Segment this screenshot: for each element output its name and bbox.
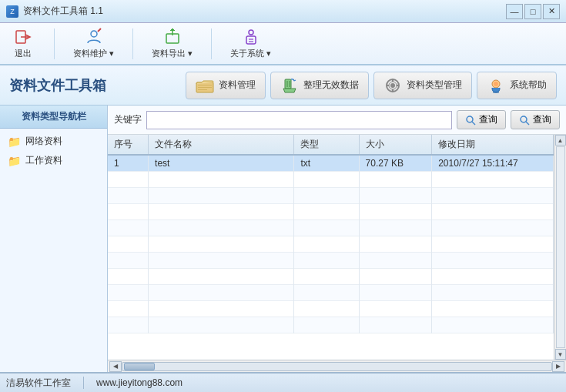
sidebar-header: 资料类型导航栏 <box>0 106 107 129</box>
svg-point-28 <box>467 116 473 122</box>
sidebar-items: 📁 网络资料 📁 工作资料 <box>0 129 107 173</box>
menu-exit[interactable]: 退出 <box>6 25 40 62</box>
col-header-name: 文件名称 <box>149 135 294 155</box>
svg-point-26 <box>494 82 498 86</box>
table-row[interactable]: 1 test txt 70.27 KB 2010/7/27 15:11:47 <box>108 155 554 172</box>
table-row-empty-9 <box>108 301 554 317</box>
search-input[interactable] <box>146 111 452 129</box>
cleanup-btn-icon <box>280 76 299 95</box>
scroll-right-arrow[interactable]: ▶ <box>552 361 564 372</box>
horizontal-scrollbar[interactable]: ◀ ▶ <box>108 360 566 372</box>
table-row-empty-5 <box>108 236 554 253</box>
menu-bar: 退出 资料维护 ▾ 资料导出 ▾ <box>0 23 566 65</box>
sidebar-item-work[interactable]: 📁 工作资料 <box>3 151 104 170</box>
about-icon <box>242 28 260 46</box>
scroll-down-arrow[interactable]: ▼ <box>555 349 566 360</box>
svg-point-19 <box>390 83 395 88</box>
svg-marker-15 <box>283 89 296 92</box>
col-header-modified: 修改日期 <box>432 135 554 155</box>
app-title: 资料文件工具箱 <box>9 76 117 95</box>
status-bar: 洁易软件工作室 www.jieyitong88.com <box>0 372 566 392</box>
svg-line-3 <box>98 28 101 32</box>
svg-point-2 <box>91 31 97 37</box>
sidebar-item-network[interactable]: 📁 网络资料 <box>3 132 104 151</box>
svg-rect-11 <box>198 85 212 85</box>
search-icon-1 <box>465 115 476 126</box>
folder-icon-network: 📁 <box>8 136 21 148</box>
table-row-empty-2 <box>108 188 554 204</box>
table-row-empty-1 <box>108 172 554 188</box>
sidebar-network-label: 网络资料 <box>25 135 62 148</box>
search-button-2[interactable]: 查询 <box>511 110 560 129</box>
scroll-track[interactable] <box>556 146 565 348</box>
types-button[interactable]: 资料类型管理 <box>373 72 472 99</box>
exit-label: 退出 <box>15 48 32 59</box>
window-title: 资料文件工具箱 1.1 <box>23 5 103 18</box>
status-website: www.jieyitong88.com <box>96 377 183 388</box>
about-label: 关于系统 ▾ <box>230 48 271 59</box>
svg-point-6 <box>249 30 253 35</box>
vertical-scrollbar[interactable]: ▲ ▼ <box>554 135 566 360</box>
types-btn-label: 资料类型管理 <box>407 79 462 92</box>
export-icon <box>163 28 182 46</box>
cell-type: txt <box>294 155 359 172</box>
svg-rect-7 <box>246 36 256 44</box>
status-company: 洁易软件工作室 <box>6 377 71 390</box>
help-button[interactable]: 系统帮助 <box>477 72 557 99</box>
cleanup-btn-label: 整理无效数据 <box>303 79 359 92</box>
menu-sep-3 <box>211 28 212 59</box>
manage-btn-label: 资料管理 <box>219 79 256 92</box>
sidebar-work-label: 工作资料 <box>25 154 62 167</box>
cell-name: test <box>149 155 294 172</box>
title-bar: Z 资料文件工具箱 1.1 — □ ✕ <box>0 0 566 23</box>
maintain-icon <box>85 28 103 46</box>
help-btn-icon <box>487 76 505 95</box>
col-header-seq: 序号 <box>108 135 149 155</box>
main-panel: 关键字 查询 查询 <box>108 106 566 372</box>
data-table[interactable]: 序号 文件名称 类型 大小 修改日期 1 test txt 70.27 KB <box>108 135 554 360</box>
menu-maintain[interactable]: 资料维护 ▾ <box>69 25 119 62</box>
exit-icon <box>14 28 32 46</box>
table-row-empty-10 <box>108 317 554 333</box>
manage-button[interactable]: 资料管理 <box>186 72 266 99</box>
scroll-left-arrow[interactable]: ◀ <box>109 361 122 372</box>
title-bar-left: Z 资料文件工具箱 1.1 <box>6 5 103 18</box>
search-button-1[interactable]: 查询 <box>457 110 506 129</box>
help-btn-label: 系统帮助 <box>510 79 547 92</box>
menu-sep-1 <box>54 28 55 59</box>
export-label: 资料导出 ▾ <box>152 48 193 59</box>
search-icon-2 <box>519 115 530 126</box>
content-area: 资料类型导航栏 📁 网络资料 📁 工作资料 关键字 查询 <box>0 106 566 372</box>
col-header-type: 类型 <box>294 135 359 155</box>
app-icon: Z <box>6 5 18 18</box>
minimize-button[interactable]: — <box>506 4 523 19</box>
h-scroll-track[interactable] <box>122 362 552 371</box>
table-header-row: 序号 文件名称 类型 大小 修改日期 <box>108 135 554 155</box>
search-label: 关键字 <box>114 113 142 126</box>
table-row-empty-6 <box>108 253 554 269</box>
h-scroll-thumb[interactable] <box>124 363 155 370</box>
search-btn-2-label: 查询 <box>533 113 551 126</box>
toolbar-buttons: 资料管理 整理无效数据 <box>132 72 557 99</box>
window-controls: — □ ✕ <box>506 4 560 19</box>
svg-rect-14 <box>285 79 291 89</box>
svg-point-30 <box>521 116 527 122</box>
svg-line-29 <box>472 122 475 125</box>
table-row-empty-7 <box>108 269 554 285</box>
menu-sep-2 <box>132 28 133 59</box>
menu-about[interactable]: 关于系统 ▾ <box>226 25 276 62</box>
cleanup-button[interactable]: 整理无效数据 <box>270 72 369 99</box>
menu-export[interactable]: 资料导出 ▾ <box>147 25 197 62</box>
folder-icon-work: 📁 <box>8 155 21 167</box>
close-button[interactable]: ✕ <box>543 4 560 19</box>
sidebar: 资料类型导航栏 📁 网络资料 📁 工作资料 <box>0 106 108 372</box>
svg-rect-12 <box>198 87 212 88</box>
maximize-button[interactable]: □ <box>524 4 541 19</box>
types-btn-icon <box>383 76 402 95</box>
main-toolbar: 资料文件工具箱 资料管理 <box>0 65 566 106</box>
maintain-label: 资料维护 ▾ <box>73 48 114 59</box>
search-bar: 关键字 查询 查询 <box>108 106 566 135</box>
table-row-empty-3 <box>108 204 554 220</box>
col-header-size: 大小 <box>359 135 432 155</box>
scroll-up-arrow[interactable]: ▲ <box>555 135 566 146</box>
